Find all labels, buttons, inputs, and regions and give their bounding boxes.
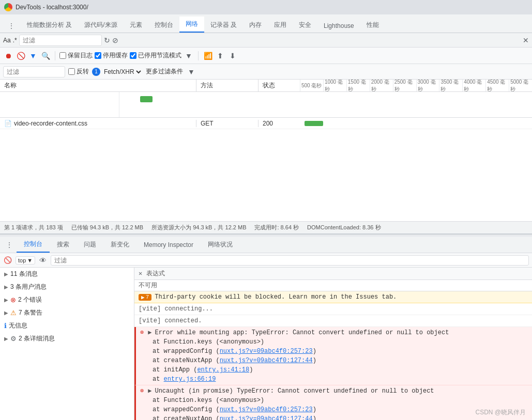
- tick-2: 1500 毫秒: [346, 80, 370, 91]
- wifi-icon-btn[interactable]: 📶: [203, 51, 213, 61]
- chrome-icon: [4, 3, 12, 11]
- tab-security[interactable]: 安全: [293, 18, 317, 33]
- col-method-header: 方法: [196, 80, 259, 91]
- error-link-2[interactable]: nuxt.js?v=09abc4f0:127:44: [220, 357, 313, 364]
- arrow-icon: ▶: [4, 336, 8, 341]
- disable-cache-checkbox[interactable]: [95, 52, 101, 59]
- network-panel: Aa .* ↻ ⊘ ✕ ⏺ 🚫 ▼ 🔍 保留日志 停用缓存 已停用节流模式 ▼ …: [0, 33, 532, 235]
- tab-network-conditions[interactable]: 网络状况: [201, 237, 240, 252]
- disable-cache-label[interactable]: 停用缓存: [95, 51, 128, 60]
- console-content: ▶ 11 条消息 ▶ 3 条用户消息 ▶ ⊗ 2 个错误 ▶ ⚠ 7 条警告 ℹ…: [0, 268, 532, 420]
- more-filters-btn[interactable]: 更多过滤条件: [146, 67, 183, 76]
- error-link-1[interactable]: nuxt.js?v=09abc4f0:257:23: [220, 348, 313, 355]
- sidebar-label-verbose: 2 条详细消息: [19, 334, 55, 343]
- sidebar-item-verbose[interactable]: ▶ ⚙ 2 条详细消息: [0, 332, 134, 345]
- status-requests: 第 1 项请求，共 183 项: [4, 224, 63, 231]
- console-panel: ⋮ 控制台 搜索 问题 新变化 Memory Inspector 网络状况 🚫 …: [0, 237, 532, 420]
- status-finish-time: 完成用时: 8.64 秒: [254, 224, 299, 231]
- warning-icon: ⚠: [10, 309, 17, 317]
- search-refresh-btn[interactable]: ↻: [104, 36, 110, 44]
- more-filters-dropdown[interactable]: ▼: [186, 67, 196, 77]
- tab-performance[interactable]: 性能: [360, 18, 385, 33]
- cookie-badge-num: 7: [146, 294, 149, 300]
- status-resource-size: 所选资源大小为 94.3 kB，共 12.2 MB: [151, 224, 246, 231]
- tick-0: 500 毫秒: [300, 80, 323, 91]
- error-link-4[interactable]: entry.js:66:19: [164, 376, 216, 383]
- cookie-warning-text: Third-party cookie will be blocked. Lear…: [155, 293, 397, 301]
- filter-toggle-btn[interactable]: ▼: [28, 51, 38, 61]
- tab-memory[interactable]: 内存: [243, 18, 268, 33]
- table-row[interactable]: 📄 video-recorder-content.css GET 200: [0, 118, 532, 129]
- sidebar-item-all[interactable]: ▶ 11 条消息: [0, 268, 134, 281]
- tick-7: 4000 毫秒: [462, 80, 485, 91]
- tab-network[interactable]: 网络: [179, 17, 204, 33]
- arrow-icon: ▶: [4, 284, 8, 290]
- tab-application[interactable]: 应用: [268, 18, 293, 33]
- expression-close-btn[interactable]: ✕: [139, 270, 142, 277]
- preserve-log-label[interactable]: 保留日志: [59, 51, 93, 60]
- tab-console[interactable]: 控制台: [148, 18, 179, 33]
- tab-sidebar-btn[interactable]: ⋮: [2, 19, 21, 33]
- tab-lighthouse[interactable]: Lighthouse: [317, 19, 360, 33]
- console-sidebar: ▶ 11 条消息 ▶ 3 条用户消息 ▶ ⊗ 2 个错误 ▶ ⚠ 7 条警告 ℹ…: [0, 268, 134, 420]
- network-search-input[interactable]: [19, 35, 102, 46]
- tab-search[interactable]: 搜索: [50, 237, 77, 252]
- reverse-label[interactable]: 反转: [68, 67, 89, 76]
- sidebar-label-all: 11 条消息: [10, 270, 38, 278]
- fetch-select[interactable]: Fetch/XHR: [102, 68, 143, 76]
- expand-error-2-btn[interactable]: ▶: [148, 386, 151, 396]
- context-selector[interactable]: top ▼: [16, 256, 35, 265]
- search-network-btn[interactable]: 🔍: [40, 51, 51, 61]
- expression-value: 不可用: [134, 280, 532, 291]
- sidebar-item-info[interactable]: ℹ 无信息: [0, 319, 134, 332]
- console-line: [vite] connected.: [134, 315, 532, 327]
- tab-issues[interactable]: 问题: [77, 237, 103, 252]
- tab-perf[interactable]: 性能数据分析 及: [21, 18, 78, 33]
- tab-elements[interactable]: 元素: [124, 18, 148, 33]
- upload-btn[interactable]: ⬆: [215, 51, 225, 61]
- throttle-label[interactable]: 已停用节流模式: [130, 51, 181, 60]
- console-sidebar-toggle[interactable]: ⋮: [2, 239, 17, 251]
- tab-console[interactable]: 控制台: [17, 237, 50, 253]
- search-close-btn[interactable]: ✕: [523, 36, 529, 44]
- sidebar-item-error[interactable]: ▶ ⊗ 2 个错误: [0, 293, 134, 306]
- waterfall-chart-area: [0, 92, 532, 118]
- expression-bar: ✕ 表达式: [134, 268, 532, 280]
- separator-2: [198, 51, 199, 60]
- tab-memory-inspector[interactable]: Memory Inspector: [136, 238, 201, 252]
- expand-error-1-btn[interactable]: ▶: [148, 328, 151, 337]
- error-2-link-2[interactable]: nuxt.js?v=09abc4f0:127:44: [220, 415, 313, 420]
- sidebar-item-warning[interactable]: ▶ ⚠ 7 条警告: [0, 306, 134, 319]
- error-1-stack: at Function.keys (<anonymous>) at wrappe…: [140, 337, 528, 384]
- console-line: [vite] connecting...: [134, 303, 532, 315]
- tick-5: 3000 毫秒: [416, 80, 439, 91]
- req-name-cell: 📄 video-recorder-content.css: [0, 120, 196, 127]
- console-messages-area: ✕ 表达式 不可用 ▶ 7 Third-party cookie will be…: [134, 268, 532, 420]
- cookie-badge: ▶ 7: [139, 294, 151, 301]
- clear-btn[interactable]: 🚫: [16, 51, 26, 61]
- sidebar-label-warning: 7 条警告: [19, 308, 42, 317]
- throttle-dropdown-btn[interactable]: ▼: [184, 51, 194, 61]
- col-name-header: 名称: [0, 80, 196, 91]
- sidebar-item-user[interactable]: ▶ 3 条用户消息: [0, 281, 134, 293]
- tab-recorder[interactable]: 记录器 及: [204, 18, 243, 33]
- title-bar: DevTools - localhost:3000/: [0, 0, 532, 14]
- console-clear-btn[interactable]: 🚫: [3, 256, 12, 265]
- record-btn[interactable]: ⏺: [3, 51, 13, 61]
- preserve-log-checkbox[interactable]: [59, 52, 66, 59]
- error-2-link-1[interactable]: nuxt.js?v=09abc4f0:257:23: [220, 406, 313, 413]
- tab-changes[interactable]: 新变化: [103, 237, 136, 252]
- download-btn[interactable]: ⬇: [227, 51, 238, 61]
- error-link-3[interactable]: entry.js:41:18: [197, 366, 249, 374]
- req-status-cell: 200: [259, 120, 300, 127]
- throttle-checkbox[interactable]: [130, 52, 136, 59]
- reverse-checkbox[interactable]: [68, 68, 75, 75]
- network-request-list: 📄 video-recorder-content.css GET 200: [0, 118, 532, 221]
- console-eye-btn[interactable]: 👁: [38, 256, 48, 265]
- filter-input[interactable]: [3, 66, 65, 77]
- regex-icon: .*: [13, 37, 17, 44]
- tick-1: 1000 毫秒: [323, 80, 346, 91]
- console-filter-input[interactable]: [51, 255, 529, 266]
- search-clear-btn[interactable]: ⊘: [112, 36, 118, 44]
- tab-source[interactable]: 源代码/来源: [78, 18, 123, 33]
